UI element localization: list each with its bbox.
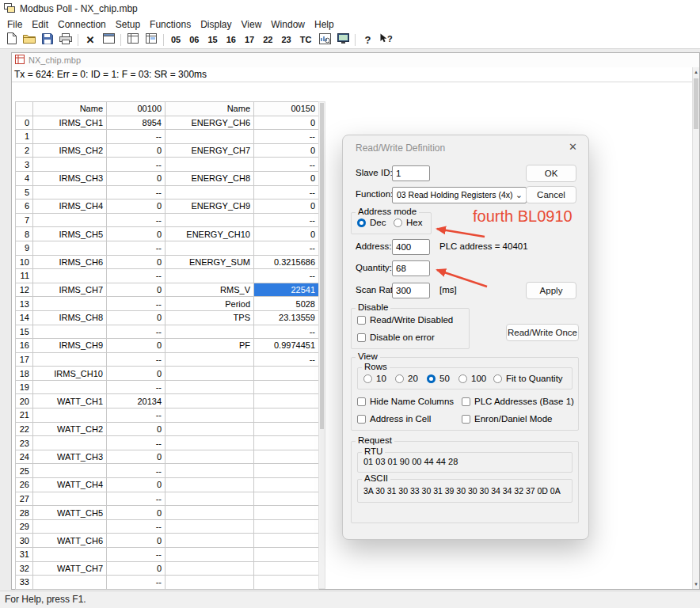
grid-value-cell[interactable]: 0 (107, 339, 165, 353)
grid-value-cell[interactable]: 0 (107, 534, 165, 548)
menu-item-file[interactable]: File (2, 19, 27, 30)
display-definition-button[interactable] (145, 33, 158, 46)
grid-row-number[interactable]: 25 (16, 464, 33, 478)
grid-value-cell[interactable]: 0 (107, 200, 165, 214)
grid-name-cell[interactable]: WATT_CH7 (33, 561, 107, 576)
grid-value-cell[interactable]: -- (254, 325, 319, 339)
grid-value-cell[interactable]: 0.3215686 (254, 255, 319, 269)
menu-item-window[interactable]: Window (266, 19, 310, 30)
grid-value-cell[interactable]: -- (254, 352, 319, 367)
grid-value-cell[interactable]: 0 (107, 283, 165, 297)
grid-name-cell[interactable]: IRMS_CH5 (33, 227, 107, 241)
save-button[interactable] (41, 33, 54, 47)
grid-name-cell[interactable]: ENERGY_CH8 (165, 171, 254, 185)
grid-row-number[interactable]: 24 (16, 450, 33, 464)
grid-name-cell[interactable] (165, 561, 254, 576)
rows-10-radio[interactable]: 10 (363, 374, 386, 383)
function-select[interactable]: 03 Read Holding Registers (4x) ⌄ (392, 187, 527, 203)
grid-name-cell[interactable]: IRMS_CH1 (33, 116, 107, 130)
grid-value-cell[interactable]: 0 (107, 506, 165, 520)
grid-name-cell[interactable]: IRMS_CH8 (33, 310, 107, 325)
grid-value-cell[interactable]: -- (107, 325, 165, 339)
grid-row-number[interactable]: 0 (16, 116, 33, 130)
grid-scrollbar[interactable] (318, 101, 325, 589)
menu-item-display[interactable]: Display (196, 19, 236, 30)
grid-value-cell[interactable]: 0 (107, 478, 165, 492)
grid-name-cell[interactable]: WATT_CH1 (33, 394, 107, 408)
grid-name-cell[interactable] (33, 519, 107, 534)
grid-value-cell[interactable]: 0 (107, 227, 165, 241)
grid-name-cell[interactable] (33, 408, 107, 423)
grid-value-cell[interactable]: -- (107, 130, 165, 144)
grid-value-cell[interactable] (254, 478, 319, 492)
setup-window-button[interactable] (102, 33, 115, 46)
grid-name-cell[interactable] (165, 213, 254, 227)
grid-name-cell[interactable] (165, 185, 254, 200)
grid-name-cell[interactable]: WATT_CH2 (33, 422, 107, 436)
grid-row-number[interactable]: 30 (16, 534, 33, 548)
grid-value-cell[interactable] (254, 561, 319, 576)
grid-name-cell[interactable] (33, 130, 107, 144)
grid-value-cell[interactable] (254, 422, 319, 436)
window-scrollbar[interactable]: ▴ ▾ (692, 67, 699, 589)
grid-name-cell[interactable]: WATT_CH3 (33, 450, 107, 464)
grid-value-cell[interactable]: -- (107, 352, 165, 367)
read-write-disabled-checkbox[interactable]: Read/Write Disabled (357, 315, 453, 325)
grid-name-cell[interactable] (33, 158, 107, 172)
grid-name-cell[interactable]: IRMS_CH6 (33, 255, 107, 269)
disconnect-button[interactable]: ✕ (84, 35, 97, 45)
grid-value-cell[interactable] (254, 519, 319, 534)
grid-row-number[interactable]: 18 (16, 367, 33, 381)
grid-row-number[interactable]: 4 (16, 171, 33, 185)
grid-name-cell[interactable] (33, 492, 107, 506)
grid-row-number[interactable]: 20 (16, 394, 33, 408)
grid-value-cell[interactable]: 20134 (107, 394, 165, 408)
grid-row-number[interactable]: 6 (16, 200, 33, 214)
grid-value-cell[interactable]: 23.13559 (254, 310, 319, 325)
open-file-button[interactable] (23, 33, 36, 47)
grid-name-cell[interactable]: ENERGY_CH10 (165, 227, 254, 241)
menu-item-edit[interactable]: Edit (27, 19, 53, 30)
grid-name-cell[interactable]: IRMS_CH9 (33, 339, 107, 353)
grid-name-cell[interactable]: IRMS_CH3 (33, 171, 107, 185)
grid-name-cell[interactable] (33, 241, 107, 255)
menu-item-functions[interactable]: Functions (145, 19, 196, 30)
address-input[interactable]: 400 (392, 239, 430, 255)
apply-button[interactable]: Apply (526, 282, 576, 299)
grid-value-cell[interactable]: 0 (254, 227, 319, 241)
grid-row-number[interactable]: 5 (16, 185, 33, 200)
dialog-close-icon[interactable]: ✕ (569, 141, 577, 153)
menu-item-help[interactable]: Help (310, 19, 339, 30)
grid-value-cell[interactable] (254, 380, 319, 394)
grid-name-cell[interactable] (165, 241, 254, 255)
grid-name-cell[interactable] (165, 269, 254, 283)
grid-value-cell[interactable]: -- (254, 158, 319, 172)
grid-name-cell[interactable]: TPS (165, 310, 254, 325)
grid-value-cell[interactable]: -- (107, 519, 165, 534)
grid-value-cell[interactable]: 5028 (254, 297, 319, 311)
grid-scrollbar-thumb[interactable] (320, 103, 324, 429)
grid-name-cell[interactable] (33, 380, 107, 394)
grid-name-cell[interactable] (165, 436, 254, 450)
scroll-up-icon[interactable]: ▴ (693, 69, 699, 75)
grid-value-cell[interactable]: -- (254, 185, 319, 200)
print-button[interactable] (59, 33, 72, 47)
grid-value-cell[interactable] (254, 367, 319, 381)
grid-name-cell[interactable] (165, 380, 254, 394)
grid-value-cell[interactable]: -- (107, 185, 165, 200)
func-17-button[interactable]: 17 (243, 35, 256, 44)
grid-value-cell[interactable]: 0 (107, 450, 165, 464)
grid-value-cell[interactable]: 8954 (107, 116, 165, 130)
grid-row-number[interactable]: 33 (16, 576, 33, 590)
func-16-button[interactable]: 16 (225, 35, 238, 44)
grid-row-number[interactable]: 2 (16, 143, 33, 158)
grid-value-cell[interactable]: -- (107, 241, 165, 255)
grid-name-cell[interactable] (33, 548, 107, 562)
rows-20-radio[interactable]: 20 (395, 374, 418, 383)
grid-name-cell[interactable]: WATT_CH6 (33, 534, 107, 548)
grid-value-cell[interactable] (254, 576, 319, 590)
dec-radio[interactable]: Dec (357, 218, 386, 227)
grid-value-cell[interactable]: -- (254, 269, 319, 283)
grid-value-cell[interactable]: -- (107, 548, 165, 562)
func-05-button[interactable]: 05 (169, 35, 182, 44)
